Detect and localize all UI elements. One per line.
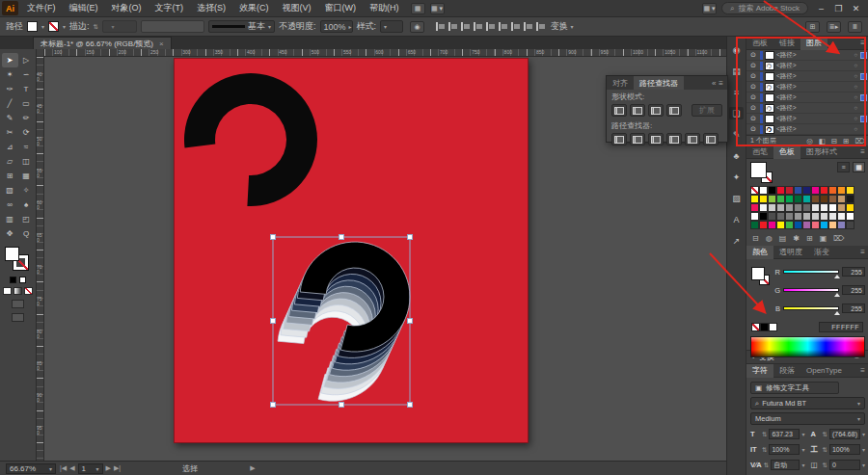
color-swatch[interactable] [776,221,785,229]
color-swatch[interactable] [750,203,759,212]
color-swatch[interactable] [837,203,846,212]
color-spectrum[interactable] [750,336,865,357]
color-swatch[interactable] [794,221,802,229]
pencil-tool[interactable]: ✏ [18,111,35,125]
outline-button[interactable] [685,133,700,145]
stock-search[interactable]: ⌕ 搜索 Adobe Stock [721,2,808,14]
align-icon-5[interactable] [498,21,508,32]
color-swatch[interactable] [802,195,811,203]
selected-blend-object[interactable] [266,229,422,418]
list-view-icon[interactable]: ≡ [837,162,850,172]
color-swatch[interactable] [759,212,768,221]
color-swatch[interactable] [828,221,837,229]
color-swatch[interactable] [828,203,837,212]
target-circle-icon[interactable]: ○ [854,73,857,79]
color-swatch[interactable] [776,203,785,212]
new-layer-icon[interactable]: ⊞ [843,137,849,145]
align-icon-3[interactable] [473,21,483,32]
control-panel-options-icon[interactable]: ⊞ [805,21,820,33]
selection-handle[interactable] [408,319,413,324]
last-artboard-icon[interactable]: ▶| [114,464,121,472]
free-transform-tool[interactable]: ▱ [2,154,18,169]
tracking-value[interactable]: 0 [829,460,860,470]
rotate-tool[interactable]: ⟳ [18,125,35,140]
font-size-field[interactable]: T⇅637.23▾ [750,428,804,440]
vertical-scale-field[interactable]: IT⇅100%▾ [750,443,804,456]
appearance-panel-icon[interactable]: ▨ [729,192,744,204]
align-icon-4[interactable] [485,21,496,32]
fill-stroke-proxy[interactable] [4,247,33,274]
color-swatch[interactable] [768,186,776,195]
menu-item-0[interactable]: 文件(F) [20,0,63,16]
gradient-mode-button[interactable] [14,287,22,295]
selection-handle[interactable] [339,235,344,240]
selection-indicator[interactable] [860,73,867,80]
close-button[interactable]: ✕ [848,2,864,15]
color-swatch[interactable] [776,195,785,203]
menu-item-6[interactable]: 视图(V) [276,0,318,16]
horizontal-scale-value[interactable]: 100% [829,444,860,455]
color-swatch[interactable] [846,203,854,212]
visibility-eye-icon[interactable]: ⊙ [748,125,758,133]
zoom-level-field[interactable]: 66.67% ▾ [6,463,56,474]
color-swatch[interactable] [802,212,811,221]
stroke-stepper[interactable]: ⇅ [94,23,98,31]
fill-swatch[interactable] [27,21,38,32]
font-style-caret-icon[interactable]: ▾ [857,415,860,422]
color-fill-proxy[interactable] [751,267,765,280]
artboard-tool[interactable]: ◰ [18,212,35,226]
blend-tool[interactable]: ∞ [2,198,18,212]
layers-tab-1[interactable]: 链接 [773,37,800,50]
stroke-caret-icon[interactable]: ▾ [63,23,66,30]
color-swatch[interactable] [802,186,811,195]
color-swatch[interactable] [811,195,820,203]
arrange-documents-icon[interactable]: ▦ ▾ [430,3,445,14]
leading-value[interactable]: (764.68) [829,429,860,439]
black-swatch[interactable] [760,323,769,331]
target-circle-icon[interactable]: ○ [854,126,857,132]
color-swatch[interactable] [785,203,794,212]
swatches-tab-1[interactable]: 色板 [773,145,800,159]
recolor-artwork-icon[interactable]: ◉ [410,21,424,33]
width-profile-combo[interactable] [141,20,204,33]
divide-button[interactable] [611,133,627,145]
prev-artboard-icon[interactable]: ◀ [69,464,74,472]
new-color-group-icon[interactable]: ⊞ [806,234,813,243]
visibility-eye-icon[interactable]: ⊙ [748,72,758,80]
horizontal-scale-field[interactable]: 工⇅100%▾ [810,443,865,456]
swatches-menu-icon[interactable]: ≡ [860,147,868,156]
g-slider[interactable]: G255 [773,284,865,296]
expand-button[interactable]: 扩展 [692,104,722,117]
kerning-field[interactable]: V∕A⇅自动▾ [750,459,804,471]
slider-track[interactable] [783,270,839,274]
make-clip-mask-icon[interactable]: ◧ [819,137,826,145]
symbol-sprayer-tool[interactable]: ♠ [18,198,35,212]
pathfinder-tab-0[interactable]: 对齐 [607,76,634,90]
font-family-field[interactable]: ⌕ Futura Md BT ▾ [750,397,865,409]
visibility-eye-icon[interactable]: ⊙ [748,51,758,59]
menu-item-4[interactable]: 选择(S) [190,0,232,16]
color-swatch[interactable] [820,203,828,212]
color-swatch[interactable] [776,186,785,195]
tracking-stepper[interactable]: ⇅ [822,462,827,469]
font-size-caret-icon[interactable]: ▾ [801,431,804,437]
perspective-grid-tool[interactable]: ⊞ [2,169,18,183]
control-panel-dock-icon[interactable]: ≣▸ [827,21,841,33]
layers-tab-2[interactable]: 图层 [800,37,827,50]
target-circle-icon[interactable]: ○ [854,94,857,100]
color-swatch[interactable] [759,221,768,229]
color-swatch[interactable] [837,212,846,221]
minus-front-button[interactable] [630,104,645,117]
color-swatch[interactable] [820,212,828,221]
kerning-value[interactable]: 自动 [771,460,800,470]
menu-item-5[interactable]: 效果(C) [232,0,276,16]
align-icon-0[interactable] [435,21,446,32]
lasso-tool[interactable]: ∽ [18,67,35,82]
selection-handle[interactable] [408,235,413,240]
color-panel-icon[interactable]: ◉ [729,43,744,56]
layer-row[interactable]: ⊙C<路径>○ [746,82,868,92]
default-colors-icon[interactable] [10,277,16,283]
column-graph-tool[interactable]: ▥ [2,212,18,226]
delete-swatch-icon[interactable]: ⌦ [833,234,844,243]
color-swatch[interactable] [794,195,802,203]
